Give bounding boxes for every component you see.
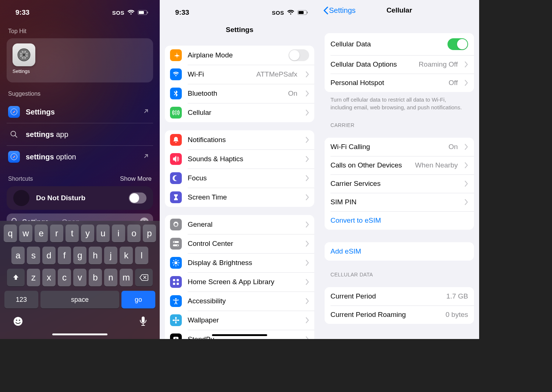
settings-row-wi-fi[interactable]: Wi-FiATTMePSafx [165,65,314,84]
keyboard: qwertyuiop asdfghjkl zxcvbnm 123 space g… [0,221,160,339]
toggle[interactable] [289,49,309,61]
cellular-row-wi-fi-calling[interactable]: Wi-Fi CallingOn [325,138,474,156]
key-n[interactable]: n [104,269,117,286]
svg-point-32 [175,321,177,324]
chevron-right-icon [305,279,309,285]
settings-row-bluetooth[interactable]: BluetoothOn [165,84,314,103]
carrier-header: CARRIER [319,111,479,131]
row-label: Focus [188,174,297,182]
cellular-row-current-period-roaming[interactable]: Current Period Roaming0 bytes [325,306,474,324]
backspace-key[interactable] [135,269,153,286]
cellular-row-current-period[interactable]: Current Period1.7 GB [325,287,474,306]
key-j[interactable]: j [104,247,117,264]
chevron-right-icon [305,71,309,77]
key-y[interactable]: y [81,225,94,242]
key-g[interactable]: g [73,247,86,264]
back-button[interactable]: Settings [323,6,355,15]
key-b[interactable]: b [89,269,102,286]
svg-rect-1 [139,11,144,14]
cellular-data-header: CELLULAR DATA [319,261,479,280]
key-k[interactable]: k [120,247,133,264]
shortcuts-header: Shortcuts Show More [0,168,160,186]
dictation-key[interactable] [139,316,147,328]
key-w[interactable]: w [19,225,32,242]
key-e[interactable]: e [35,225,48,242]
key-i[interactable]: i [112,225,125,242]
key-x[interactable]: x [42,269,56,286]
row-label: Cellular Data Options [330,60,414,68]
settings-row-home-screen-app-library[interactable]: Home Screen & App Library [165,272,314,292]
settings-row-accessibility[interactable]: Accessibility [165,292,314,311]
shift-key[interactable] [7,269,25,286]
chevron-right-icon [305,336,309,339]
key-r[interactable]: r [50,225,63,242]
cellular-row-personal-hotspot[interactable]: Personal HotspotOff [325,74,474,92]
key-h[interactable]: h [89,247,102,264]
row-value: ATTMePSafx [256,70,297,78]
settings-row-cellular[interactable]: Cellular [165,103,314,122]
settings-row-wallpaper[interactable]: Wallpaper [165,311,314,330]
page-title: Settings [160,20,319,38]
cellular-row-sim-pin[interactable]: SIM PIN [325,193,474,211]
svg-point-33 [173,319,175,321]
key-c[interactable]: c [58,269,71,286]
cellular-row-calls-on-other-devices[interactable]: Calls on Other DevicesWhen Nearby [325,156,474,174]
key-o[interactable]: o [127,225,141,242]
space-key[interactable]: space [40,291,119,308]
cellular-row-convert-to-esim[interactable]: Convert to eSIM [325,211,474,230]
key-l[interactable]: l [135,247,148,264]
settings-row-sounds-haptics[interactable]: Sounds & Haptics [165,149,314,169]
suggestion-row[interactable]: Settings [7,101,153,123]
arrow-up-right-icon [143,153,149,161]
top-hit-card[interactable]: Settings [7,38,153,82]
settings-row-general[interactable]: General [165,215,314,234]
cellular-row-cellular-data-options[interactable]: Cellular Data OptionsRoaming Off [325,55,474,74]
row-label: Current Period [330,292,442,300]
settings-row-focus[interactable]: Focus [165,169,314,188]
settings-row-screen-time[interactable]: Screen Time [165,188,314,207]
show-more-button[interactable]: Show More [120,175,152,183]
toggle[interactable] [447,38,468,50]
suggestion-row[interactable]: settings option [7,146,153,168]
key-z[interactable]: z [27,269,40,286]
key-p[interactable]: p [143,225,156,242]
top-hit-label: Settings [13,68,147,74]
top-hit-header: Top Hit [0,20,160,38]
cellular-row-cellular-data[interactable]: Cellular Data [325,33,474,55]
key-f[interactable]: f [58,247,71,264]
go-key[interactable]: go [121,291,155,308]
wifi-icon [170,68,182,80]
chevron-right-icon [305,260,309,266]
cellular-row-add-esim[interactable]: Add eSIM [325,242,474,261]
key-a[interactable]: a [11,247,25,264]
status-sos: SOS [272,10,284,16]
cellular-row-carrier-services[interactable]: Carrier Services [325,174,474,193]
dnd-shortcut-card[interactable]: Do Not Disturb [7,186,153,210]
settings-row-notifications[interactable]: Notifications [165,130,314,149]
grid-icon [170,276,182,288]
dnd-toggle[interactable] [129,193,146,204]
chevron-right-icon [305,137,309,143]
settings-row-control-center[interactable]: Control Center [165,234,314,253]
key-t[interactable]: t [66,225,79,242]
chevron-right-icon [464,181,468,187]
key-d[interactable]: d [42,247,56,264]
row-label: Sounds & Haptics [188,155,297,163]
suggestion-row[interactable]: settings app [7,123,153,146]
key-m[interactable]: m [120,269,133,286]
toggles-icon [170,238,182,250]
home-indicator[interactable] [212,334,267,336]
chevron-right-icon [305,222,309,227]
settings-row-display-brightness[interactable]: Display & Brightness [165,253,314,272]
key-u[interactable]: u [96,225,110,242]
key-q[interactable]: q [4,225,17,242]
home-indicator[interactable] [52,333,107,335]
key-s[interactable]: s [27,247,40,264]
emoji-key[interactable] [13,316,24,328]
key-v[interactable]: v [73,269,86,286]
numbers-key[interactable]: 123 [4,291,38,308]
settings-row-airplane-mode[interactable]: Airplane Mode [165,46,314,65]
chevron-right-icon [464,61,468,67]
wifi-icon [287,10,294,15]
svg-point-15 [19,319,20,321]
